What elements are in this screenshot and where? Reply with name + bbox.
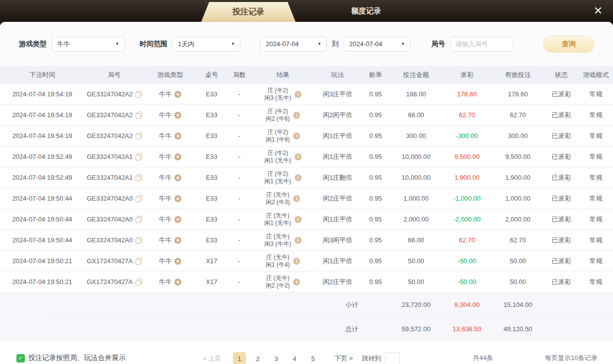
- copy-icon[interactable]: [136, 91, 142, 97]
- odds: 0.95: [361, 257, 390, 265]
- result-cell: 庄 (牛2) 闲1 (无牛) i: [252, 149, 314, 164]
- info-icon[interactable]: i: [295, 216, 302, 223]
- round-id-cell: GX172470427A: [84, 278, 144, 286]
- info-icon[interactable]: i: [293, 195, 300, 202]
- prev-page-button[interactable]: < 上页: [203, 354, 221, 363]
- bet-time: 2024-07-04 19:52:49: [0, 174, 84, 181]
- jump-to-input[interactable]: [385, 352, 400, 364]
- info-icon[interactable]: i: [293, 112, 300, 119]
- copy-icon[interactable]: [136, 112, 142, 118]
- game-mode: 常规: [579, 194, 613, 203]
- copy-icon[interactable]: [136, 133, 142, 139]
- play-video-icon[interactable]: [174, 216, 181, 223]
- info-icon[interactable]: i: [295, 237, 302, 244]
- result-text: 庄 (牛2) 闲3 (无牛): [264, 87, 291, 102]
- game-type-select[interactable]: 牛牛 ▼: [52, 37, 125, 52]
- round-id: GX172470427A: [87, 257, 133, 265]
- copy-icon[interactable]: [136, 174, 142, 181]
- play-video-icon[interactable]: [174, 258, 181, 265]
- valid-bet: 9,500.00: [492, 153, 544, 160]
- game-type-value: 牛牛: [57, 40, 70, 49]
- payout: -300.00: [442, 132, 492, 140]
- close-icon[interactable]: ✕: [590, 3, 606, 19]
- play-video-icon[interactable]: [174, 91, 181, 98]
- date-from-select[interactable]: 2024-07-04 ▼: [260, 37, 327, 52]
- merge-checkbox[interactable]: ✓: [16, 354, 25, 363]
- play-video-icon[interactable]: [174, 195, 181, 202]
- round-id-cell: GE33247042A0: [84, 236, 144, 244]
- info-icon[interactable]: i: [295, 153, 302, 160]
- game-type-cell: 牛牛: [144, 111, 196, 120]
- next-page-button[interactable]: 下页 >: [334, 354, 353, 363]
- copy-icon[interactable]: [136, 153, 142, 160]
- round-id-cell: GE33247042A2: [84, 132, 144, 140]
- play-video-icon[interactable]: [174, 174, 181, 181]
- bet-amount: 66.00: [390, 111, 442, 119]
- date-from-value: 2024-07-04: [266, 40, 299, 48]
- query-button[interactable]: 查询: [543, 36, 595, 53]
- bet-amount: 10,000.00: [390, 153, 442, 160]
- game-type: 牛牛: [159, 111, 172, 120]
- copy-icon[interactable]: [136, 216, 142, 222]
- page-5[interactable]: 5: [306, 352, 319, 364]
- bet-amount: 2,000.00: [390, 216, 442, 223]
- bet-time: 2024-07-04 19:50:44: [0, 195, 84, 202]
- game-type-cell: 牛牛: [144, 132, 196, 141]
- info-icon[interactable]: i: [295, 91, 302, 98]
- bet-amount: 50.00: [390, 257, 442, 265]
- time-range-select[interactable]: 1天内 ▼: [172, 37, 240, 52]
- game-type-cell: 牛牛: [144, 173, 196, 182]
- status-badge: 已派彩: [544, 215, 579, 224]
- total-row: 总计 59,572.00 13,636.50 49,120.50: [0, 317, 613, 341]
- round-id-input[interactable]: [450, 37, 513, 52]
- total-payout: 13,636.50: [442, 325, 492, 333]
- col-game-type: 游戏类型: [144, 71, 196, 79]
- round-id-cell: GX172470427A: [84, 257, 144, 265]
- tab-quota-records[interactable]: 额度记录: [334, 0, 398, 22]
- bet-time: 2024-07-04 19:50:44: [0, 216, 84, 223]
- table-row: 2024-07-04 19:54:19 GE33247042A2 牛牛 E33 …: [0, 84, 613, 105]
- game-type-cell: 牛牛: [144, 215, 196, 224]
- subtotal-bet: 23,720.00: [390, 301, 442, 308]
- odds: 0.95: [361, 195, 390, 202]
- info-icon[interactable]: i: [293, 133, 300, 140]
- play-video-icon[interactable]: [174, 133, 181, 140]
- status-badge: 已派彩: [544, 236, 579, 245]
- col-play-type: 玩法: [314, 71, 361, 79]
- table-no: E33: [196, 90, 227, 98]
- dialog-header: 投注记录 额度记录 ✕: [0, 0, 613, 25]
- round-id: GE33247042A1: [87, 153, 133, 160]
- copy-icon[interactable]: [136, 258, 142, 264]
- info-icon[interactable]: i: [295, 174, 302, 181]
- result-text: 庄 (无牛) 闲2 (牛3): [266, 191, 290, 206]
- status-badge: 已派彩: [544, 257, 579, 266]
- page-2[interactable]: 2: [251, 352, 264, 364]
- page-3[interactable]: 3: [270, 352, 283, 364]
- tab-bet-records[interactable]: 投注记录: [201, 2, 296, 22]
- play-video-icon[interactable]: [174, 237, 181, 244]
- game-type: 牛牛: [159, 90, 172, 99]
- table-no: E33: [196, 195, 227, 202]
- page-1[interactable]: 1: [233, 352, 246, 364]
- table-row: 2024-07-04 19:50:44 GE33247042A0 牛牛 E33 …: [0, 230, 613, 251]
- copy-icon[interactable]: [136, 195, 142, 202]
- table-row: 2024-07-04 19:50:21 GX172470427A 牛牛 X17 …: [0, 251, 613, 272]
- round-id: GE33247042A0: [87, 195, 133, 202]
- table-no: X17: [196, 257, 227, 265]
- page-4[interactable]: 4: [288, 352, 301, 364]
- result-cell: 庄 (牛2) 闲1 (牛9) i: [252, 129, 314, 144]
- play-video-icon[interactable]: [174, 153, 181, 160]
- date-to-select[interactable]: 2024-07-04 ▼: [344, 37, 410, 52]
- subtotal-payout: 8,304.00: [442, 301, 492, 308]
- col-table-no: 桌号: [196, 71, 227, 79]
- game-type: 牛牛: [159, 278, 172, 287]
- info-icon[interactable]: i: [293, 279, 300, 286]
- game-mode: 常规: [579, 132, 613, 141]
- play-video-icon[interactable]: [174, 112, 181, 119]
- page-list: 12345: [233, 352, 325, 364]
- copy-icon[interactable]: [136, 279, 142, 285]
- round-id-cell: GE33247042A0: [84, 216, 144, 223]
- play-video-icon[interactable]: [174, 279, 181, 286]
- info-icon[interactable]: i: [293, 258, 300, 265]
- copy-icon[interactable]: [136, 237, 142, 243]
